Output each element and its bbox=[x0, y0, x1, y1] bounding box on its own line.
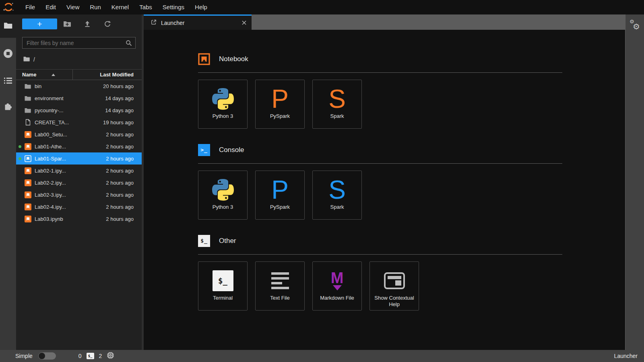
menu-kernel[interactable]: Kernel bbox=[106, 0, 134, 14]
menu-help[interactable]: Help bbox=[190, 0, 213, 14]
filter-files-input[interactable] bbox=[22, 37, 136, 49]
file-row[interactable]: pycountry-... 14 days ago bbox=[16, 104, 142, 116]
launcher-card-console-python3[interactable]: Python 3 bbox=[198, 171, 248, 220]
notebook-icon bbox=[24, 216, 31, 222]
notebook-icon bbox=[24, 191, 31, 198]
close-icon[interactable] bbox=[240, 19, 248, 27]
toggle-knob bbox=[39, 353, 45, 359]
terminal-icon: $_ bbox=[198, 235, 210, 247]
launcher-tab-icon bbox=[151, 19, 157, 27]
file-row-selected[interactable]: Lab01-Spar... 2 hours ago bbox=[16, 152, 142, 165]
file-row[interactable]: Lab02-4.ipy... 2 hours ago bbox=[16, 201, 142, 213]
list-icon bbox=[4, 77, 12, 86]
new-folder-button[interactable] bbox=[57, 19, 77, 29]
launcher-card-console-pyspark[interactable]: P PySpark bbox=[255, 171, 305, 220]
property-inspector-gears-icon[interactable]: ⚙⚙ bbox=[629, 19, 643, 33]
console-icon: >_ bbox=[198, 144, 210, 156]
card-label: PySpark bbox=[268, 112, 292, 119]
notebook-icon bbox=[24, 179, 31, 186]
launcher-card-text-file[interactable]: Text File bbox=[255, 261, 305, 311]
folder-icon bbox=[4, 22, 12, 31]
launcher-panel: Notebook Python 3 P bbox=[144, 30, 625, 350]
launcher-section-notebook: Notebook Python 3 P bbox=[198, 53, 562, 129]
python-logo bbox=[212, 86, 234, 112]
status-bar: Simple 0 $_ 2 Launcher bbox=[0, 350, 644, 362]
file-browser-toolbar: + bbox=[16, 14, 142, 29]
file-row[interactable]: Lab02-1.ipy... 2 hours ago bbox=[16, 165, 142, 177]
notebook-icon bbox=[24, 204, 31, 210]
file-filter bbox=[22, 37, 136, 49]
file-row[interactable]: Lab00_Setu... 2 hours ago bbox=[16, 128, 142, 140]
folder-icon bbox=[24, 84, 31, 89]
launcher-card-contextual-help[interactable]: Show Contextual Help bbox=[369, 261, 419, 311]
section-title: Other bbox=[219, 237, 236, 245]
notebook-icon bbox=[198, 53, 210, 65]
refresh-button[interactable] bbox=[97, 19, 118, 29]
file-row[interactable]: Lab02-2.ipy... 2 hours ago bbox=[16, 177, 142, 189]
card-label: Terminal bbox=[211, 294, 235, 301]
launcher-card-notebook-python3[interactable]: Python 3 bbox=[198, 80, 248, 129]
right-sidebar: ⚙⚙ bbox=[625, 14, 644, 350]
file-row[interactable]: Lab02-3.ipy... 2 hours ago bbox=[16, 189, 142, 201]
notebook-icon bbox=[24, 131, 31, 138]
launcher-card-notebook-pyspark[interactable]: P PySpark bbox=[255, 80, 305, 129]
card-label: PySpark bbox=[268, 203, 292, 210]
terminal-icon[interactable]: $_ bbox=[87, 353, 94, 359]
menu-tabs[interactable]: Tabs bbox=[134, 0, 157, 14]
file-browser-panel: + bbox=[16, 14, 142, 350]
menu-bar: File Edit View Run Kernel Tabs Settings … bbox=[0, 0, 644, 14]
jupyter-logo bbox=[2, 1, 14, 13]
simple-mode-label: Simple bbox=[15, 353, 33, 359]
breadcrumb-root[interactable]: / bbox=[33, 56, 35, 63]
running-kernel-dot bbox=[19, 145, 21, 148]
kernel-count: 2 bbox=[99, 353, 102, 359]
menu-run[interactable]: Run bbox=[85, 0, 106, 14]
sidebar-tab-file-browser[interactable] bbox=[0, 14, 16, 38]
launcher-card-markdown-file[interactable]: M Markdown File bbox=[312, 261, 362, 311]
menu-file[interactable]: File bbox=[20, 0, 40, 14]
folder-icon bbox=[23, 56, 30, 63]
sidebar-tab-running[interactable] bbox=[3, 48, 13, 60]
folder-icon bbox=[24, 108, 31, 113]
tab-launcher[interactable]: Launcher bbox=[144, 14, 252, 30]
card-label: Python 3 bbox=[210, 112, 235, 119]
launcher-card-notebook-spark[interactable]: S Spark bbox=[312, 80, 362, 129]
file-row[interactable]: Lab03.ipynb 2 hours ago bbox=[16, 213, 142, 225]
folder-icon bbox=[24, 96, 31, 101]
section-divider bbox=[198, 254, 562, 255]
section-title: Console bbox=[219, 146, 244, 154]
card-label: Show Contextual Help bbox=[370, 294, 419, 308]
section-title: Notebook bbox=[219, 55, 248, 63]
file-row[interactable]: CREATE_TA... 19 hours ago bbox=[16, 116, 142, 128]
running-kernel-dot bbox=[19, 157, 21, 160]
stop-circle-icon bbox=[3, 48, 13, 60]
notebook-icon bbox=[24, 167, 31, 174]
menu-edit[interactable]: Edit bbox=[40, 0, 61, 14]
card-label: Markdown File bbox=[318, 294, 357, 301]
new-launcher-button[interactable]: + bbox=[22, 19, 57, 29]
card-label: Spark bbox=[328, 203, 347, 210]
file-row[interactable]: bin 20 hours ago bbox=[16, 80, 142, 92]
tab-label: Launcher bbox=[161, 20, 236, 26]
launcher-card-console-spark[interactable]: S Spark bbox=[312, 171, 362, 220]
column-header-last-modified[interactable]: Last Modified bbox=[72, 70, 142, 80]
menu-view[interactable]: View bbox=[61, 0, 85, 14]
sort-ascending-icon bbox=[52, 74, 55, 76]
current-activity-label: Launcher bbox=[614, 353, 638, 359]
menu-settings[interactable]: Settings bbox=[157, 0, 190, 14]
upload-button[interactable] bbox=[77, 19, 97, 29]
sidebar-tab-toc[interactable] bbox=[4, 77, 12, 86]
card-label: Python 3 bbox=[210, 203, 235, 210]
pyspark-letter-icon: P bbox=[271, 177, 289, 202]
file-list: bin 20 hours ago environment 14 days ago… bbox=[16, 80, 142, 350]
launcher-card-terminal[interactable]: $_ Terminal bbox=[198, 261, 248, 311]
file-row[interactable]: environment 14 days ago bbox=[16, 92, 142, 104]
refresh-icon bbox=[104, 21, 111, 28]
sidebar-tab-extensions[interactable] bbox=[4, 102, 12, 112]
launcher-section-other: $_ Other $_ Terminal bbox=[198, 235, 562, 311]
simple-mode-toggle[interactable] bbox=[38, 352, 56, 360]
file-row[interactable]: Lab01-Athe... 2 hours ago bbox=[16, 140, 142, 152]
column-header-name[interactable]: Name bbox=[16, 72, 72, 78]
section-divider bbox=[198, 72, 562, 73]
kernel-chip-icon[interactable] bbox=[107, 352, 114, 360]
